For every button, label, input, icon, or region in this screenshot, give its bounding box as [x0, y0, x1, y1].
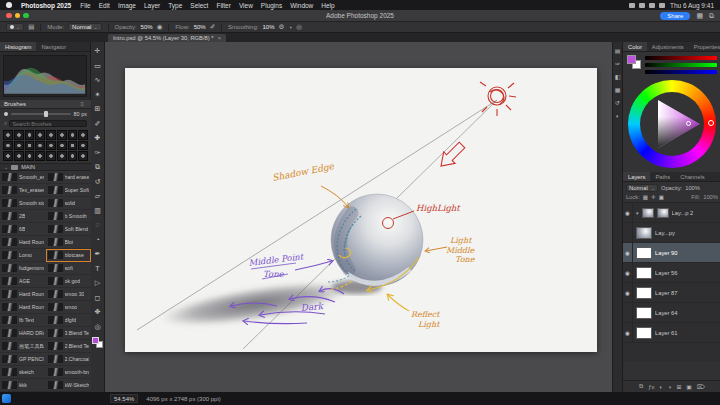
- brush-item[interactable]: solid: [46, 197, 92, 210]
- delete-layer-icon[interactable]: ⌦: [697, 384, 705, 390]
- green-slider[interactable]: [645, 63, 717, 67]
- layer-visibility-toggle[interactable]: [623, 223, 633, 243]
- brush-item[interactable]: dfgfd: [46, 314, 92, 327]
- brush-item[interactable]: 2B: [0, 210, 46, 223]
- opacity-value[interactable]: 50%: [141, 24, 153, 30]
- menu-item-edit[interactable]: Edit: [95, 2, 114, 9]
- brush-preset-cell[interactable]: [46, 141, 56, 151]
- layer-visibility-toggle[interactable]: [623, 303, 633, 323]
- layer-row[interactable]: Layer 64: [623, 303, 720, 323]
- brush-preset-cell[interactable]: [78, 141, 88, 151]
- tab-adjustments[interactable]: Adjustments: [647, 42, 689, 51]
- brush-item[interactable]: Hard Round 20: [0, 288, 46, 301]
- brush-item[interactable]: smooth-brush 1: [46, 366, 92, 379]
- layer-visibility-toggle[interactable]: ◉: [623, 243, 633, 263]
- hue-selector-dot[interactable]: [708, 120, 714, 126]
- canvas-pasteboard[interactable]: Shadow Edge HighLight Light Middle Tone …: [105, 42, 612, 392]
- brush-item[interactable]: blotcase: [46, 249, 92, 262]
- brush-preset-cell[interactable]: [25, 130, 35, 140]
- maximize-window-button[interactable]: [23, 13, 29, 19]
- layer-visibility-toggle[interactable]: ◉: [623, 203, 633, 223]
- color-wheel[interactable]: [628, 80, 716, 168]
- brush-item[interactable]: 画笔工具BA...1: [0, 340, 46, 353]
- brushes-panel-icon[interactable]: ✑: [615, 61, 620, 67]
- layer-visibility-toggle[interactable]: ◉: [623, 283, 633, 303]
- menu-item-type[interactable]: Type: [164, 2, 186, 9]
- layer-mask-icon[interactable]: ◐: [659, 384, 663, 390]
- tab-channels[interactable]: Channels: [675, 172, 710, 181]
- history-panel-icon[interactable]: ↺: [615, 100, 620, 106]
- layer-visibility-toggle[interactable]: ◉: [623, 263, 633, 283]
- foreground-color-chip[interactable]: [92, 337, 99, 344]
- brush-preset-cell[interactable]: [35, 141, 45, 151]
- menu-item-layer[interactable]: Layer: [140, 2, 164, 9]
- color-selector-dot[interactable]: [686, 121, 691, 126]
- brush-preset-picker[interactable]: ⌄: [6, 23, 24, 31]
- layer-opacity-value[interactable]: 100%: [685, 185, 700, 191]
- menu-item-plugins[interactable]: Plugins: [257, 2, 286, 9]
- apple-menu-icon[interactable]: [6, 2, 12, 8]
- brush-item[interactable]: b Smooth: [46, 210, 92, 223]
- brush-item[interactable]: hard eraser: [46, 171, 92, 184]
- brush-item[interactable]: Soft Blend: [46, 223, 92, 236]
- menu-item-select[interactable]: Select: [186, 2, 212, 9]
- artboard[interactable]: Shadow Edge HighLight Light Middle Tone …: [125, 68, 597, 352]
- fill-value[interactable]: 100%: [703, 194, 718, 200]
- brush-preset-cell[interactable]: [25, 151, 35, 161]
- tool-marquee[interactable]: ▭: [92, 59, 104, 74]
- menu-item-filter[interactable]: Filter: [212, 2, 234, 9]
- brush-item[interactable]: soft: [46, 262, 92, 275]
- layer-row[interactable]: ◉Layer 61: [623, 323, 720, 343]
- layer-effects-icon[interactable]: ƒx: [648, 384, 654, 390]
- layer-row[interactable]: ◉Layer 87: [623, 283, 720, 303]
- tool-type[interactable]: T: [92, 262, 104, 277]
- brush-preset-cell[interactable]: [68, 151, 78, 161]
- close-window-button[interactable]: [6, 13, 12, 19]
- brush-preset-cell[interactable]: [3, 141, 13, 151]
- menu-item-image[interactable]: Image: [114, 2, 140, 9]
- tool-blur[interactable]: ◌: [92, 218, 104, 233]
- brush-preset-cell[interactable]: [35, 130, 45, 140]
- tool-eyedropper[interactable]: ✐: [92, 117, 104, 132]
- smoothing-gear-icon[interactable]: ⚙: [278, 23, 284, 31]
- brush-item[interactable]: Lomo: [0, 249, 46, 262]
- tool-eraser[interactable]: ▱: [92, 189, 104, 204]
- layer-row[interactable]: ◉Layer 56: [623, 263, 720, 283]
- chevron-down-icon[interactable]: ⌄: [4, 164, 8, 170]
- saturation-triangle[interactable]: [640, 92, 704, 156]
- sphere-study-drawing[interactable]: Shadow Edge HighLight Light Middle Tone …: [125, 68, 597, 352]
- tab-color[interactable]: Color: [623, 42, 647, 51]
- slider-knob[interactable]: [44, 111, 48, 117]
- brush-preset-cell[interactable]: [78, 130, 88, 140]
- brush-item[interactable]: 6B: [0, 223, 46, 236]
- brush-angle-icon[interactable]: ◔: [288, 24, 292, 31]
- adjustments-panel-icon[interactable]: ◧: [615, 74, 621, 80]
- tab-properties[interactable]: Properties: [689, 42, 720, 51]
- panel-menu-icon[interactable]: ≡: [77, 101, 87, 107]
- tab-layers[interactable]: Layers: [623, 172, 650, 181]
- brush-preset-cell[interactable]: [14, 141, 24, 151]
- brush-preset-cell[interactable]: [14, 130, 24, 140]
- brush-preset-cell[interactable]: [25, 141, 35, 151]
- group-caret-icon[interactable]: ▾: [636, 210, 639, 216]
- minimize-window-button[interactable]: [15, 13, 21, 19]
- brush-preset-cell[interactable]: [68, 130, 78, 140]
- tool-history-brush[interactable]: ↺: [92, 175, 104, 190]
- airbrush-icon[interactable]: ✐: [210, 23, 215, 31]
- blend-mode-select[interactable]: Normal⌄: [68, 23, 102, 31]
- brush-item[interactable]: 2.Blend Tex_29: [46, 340, 92, 353]
- tool-shape[interactable]: ◻: [92, 291, 104, 306]
- blue-slider[interactable]: [645, 70, 717, 74]
- brush-preset-cell[interactable]: [57, 141, 67, 151]
- tool-path-selection[interactable]: ▷: [92, 276, 104, 291]
- brush-preset-cell[interactable]: [46, 151, 56, 161]
- brush-item[interactable]: kW-Sketch: [46, 379, 92, 392]
- layer-row[interactable]: ◉▾Lay...p 2: [623, 203, 720, 223]
- brush-preset-cell[interactable]: [46, 130, 56, 140]
- brush-preset-cell[interactable]: [35, 151, 45, 161]
- lock-transparency-icon[interactable]: ▦: [643, 194, 648, 200]
- tool-move[interactable]: ✛: [92, 44, 104, 59]
- brush-item[interactable]: smoo: [46, 301, 92, 314]
- brush-item[interactable]: Tex_eraser: [0, 184, 46, 197]
- brush-item[interactable]: 3.Blend Tex_04: [46, 327, 92, 340]
